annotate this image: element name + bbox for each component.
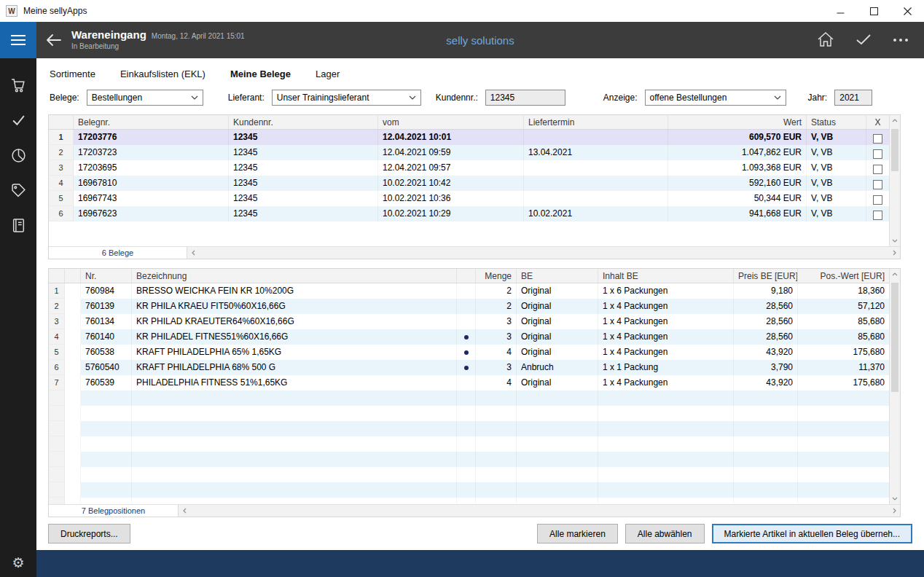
belege-vertical-scrollbar[interactable]	[889, 115, 900, 246]
position-row[interactable]: 1760984BRESSO WEICHKA FEIN KR 10%200G2Or…	[49, 283, 889, 299]
tab-einkaufslisten[interactable]: Einkaufslisten (EKL)	[120, 68, 205, 79]
col-belegnr[interactable]: Belegnr.	[74, 115, 229, 129]
position-row[interactable]: 3760134KR PHILAD KRAEUTER64%60X16,66G3Or…	[49, 314, 889, 329]
belege-row[interactable]: 3172036951234512.04.2021 09:571.093,368 …	[49, 160, 889, 176]
footer-bar	[36, 550, 924, 577]
jahr-filter-label: Jahr:	[808, 93, 828, 103]
cell-bezeichnung	[132, 467, 457, 482]
price-tag-icon[interactable]	[11, 183, 26, 198]
empty-row[interactable]	[49, 498, 889, 504]
cell-artikelnr: 760538	[81, 345, 132, 360]
belege-row[interactable]: 5169677431234510.02.2021 10:3650,344 EUR…	[49, 191, 889, 206]
col-menge[interactable]: Menge	[476, 269, 517, 283]
alle-abwaehlen-button[interactable]: Alle abwählen	[625, 524, 705, 543]
scroll-up-icon[interactable]	[890, 269, 900, 280]
col-inhalt-be[interactable]: Inhalt BE	[598, 269, 734, 283]
col-liefertermin[interactable]: Liefertermin	[524, 115, 668, 129]
cell-marker	[65, 345, 81, 360]
empty-row[interactable]	[49, 467, 889, 482]
col-be[interactable]: BE	[517, 269, 598, 283]
scroll-down-icon[interactable]	[890, 235, 900, 246]
cell-artikelnr: 760539	[81, 375, 132, 390]
scroll-down-icon[interactable]	[890, 493, 900, 504]
empty-row[interactable]	[49, 436, 889, 452]
scroll-right-icon[interactable]	[888, 247, 900, 259]
jahr-input[interactable]: 2021	[834, 90, 872, 106]
position-row[interactable]: 2760139KR PHILA KRAEU FIT50%60X16,66G2Or…	[49, 299, 889, 314]
pie-chart-icon[interactable]	[11, 148, 26, 163]
col-kundennr[interactable]: Kundennr.	[229, 115, 378, 129]
menu-button[interactable]	[0, 22, 36, 58]
scroll-left-icon[interactable]	[179, 505, 190, 517]
empty-row[interactable]	[49, 452, 889, 467]
cell-marker	[65, 390, 81, 406]
cell-inhalt-be	[598, 482, 734, 498]
position-row[interactable]: 5760538KRAFT PHILADELPHIA 65% 1,65KG4Ori…	[49, 345, 889, 360]
row-number	[49, 406, 65, 421]
scrollbar-thumb[interactable]	[891, 129, 898, 171]
settings-gear-icon[interactable]: ⚙	[12, 556, 24, 570]
positionen-horizontal-scrollbar[interactable]	[179, 505, 900, 517]
app-window: W Meine sellyApps	[0, 0, 924, 577]
tab-lager[interactable]: Lager	[316, 68, 340, 79]
row-checkbox[interactable]	[873, 180, 882, 189]
empty-row[interactable]	[49, 482, 889, 498]
uebernehmen-button[interactable]: Markierte Artikel in aktuellen Beleg übe…	[712, 524, 912, 543]
position-row[interactable]: 4760140KR PHILADEL FITNES51%60X16,66G3Or…	[49, 329, 889, 345]
col-vom[interactable]: vom	[378, 115, 524, 129]
scroll-right-icon[interactable]	[888, 505, 900, 517]
belege-row[interactable]: 6169676231234510.02.2021 10:2910.02.2021…	[49, 206, 889, 221]
belege-horizontal-scrollbar[interactable]	[187, 247, 900, 259]
row-checkbox[interactable]	[873, 149, 882, 159]
back-button[interactable]	[36, 34, 71, 46]
row-number: 6	[49, 360, 65, 375]
belege-row[interactable]: 2172037231234512.04.2021 09:5913.04.2021…	[49, 145, 889, 160]
belege-row[interactable]: 4169678101234510.02.2021 10:42592,160 EU…	[49, 176, 889, 191]
empty-row[interactable]	[49, 390, 889, 406]
row-checkbox[interactable]	[873, 134, 882, 144]
close-button[interactable]	[890, 0, 924, 22]
col-bezeichnung[interactable]: Bezeichnung	[132, 269, 457, 283]
position-row[interactable]: 65760540KRAFT PHILADELPHIA 68% 500 G3Anb…	[49, 360, 889, 375]
position-row[interactable]: 7760539PHILADELPHIA FITNESS 51%1,65KG4Or…	[49, 375, 889, 390]
anzeige-dropdown[interactable]: offene Bestellungen	[645, 90, 786, 106]
lieferant-dropdown[interactable]: Unser Trainingslieferant	[272, 90, 421, 106]
empty-row[interactable]	[49, 421, 889, 436]
minimize-button[interactable]	[823, 0, 857, 22]
col-preis-be[interactable]: Preis BE [EUR]	[734, 269, 798, 283]
alle-markieren-button[interactable]: Alle markieren	[537, 524, 618, 543]
chevron-down-icon	[191, 95, 198, 100]
cell-dot	[457, 360, 476, 375]
druckreports-button[interactable]: Druckreports...	[48, 524, 130, 543]
col-pos-wert[interactable]: Pos.-Wert [EUR]	[798, 269, 889, 283]
col-wert[interactable]: Wert	[668, 115, 807, 129]
belege-row[interactable]: 1172037761234512.04.2021 10:01609,570 EU…	[49, 130, 889, 145]
tab-meine-belege[interactable]: Meine Belege	[230, 68, 291, 79]
more-options-icon[interactable]	[893, 32, 908, 48]
home-icon[interactable]	[818, 32, 834, 49]
scrollbar-thumb[interactable]	[891, 283, 898, 392]
maximize-button[interactable]	[857, 0, 890, 22]
cell-be	[517, 467, 598, 482]
kundennr-input[interactable]: 12345	[485, 90, 565, 106]
belege-dropdown[interactable]: Bestellungen	[87, 90, 203, 106]
positionen-vertical-scrollbar[interactable]	[889, 269, 900, 504]
cart-icon[interactable]	[11, 78, 26, 93]
col-artikelnr[interactable]: Nr.	[81, 269, 132, 283]
row-checkbox[interactable]	[873, 211, 882, 220]
cell-preis-be	[734, 452, 798, 467]
tab-sortimente[interactable]: Sortimente	[50, 68, 95, 79]
row-checkbox[interactable]	[873, 195, 882, 205]
cell-artikelnr: 760984	[81, 283, 132, 299]
col-select[interactable]: X	[866, 115, 889, 129]
cell-artikelnr	[81, 436, 132, 452]
row-checkbox[interactable]	[873, 165, 882, 174]
tasks-check-icon[interactable]	[11, 113, 26, 128]
cell-menge	[476, 467, 517, 482]
scroll-left-icon[interactable]	[187, 247, 199, 259]
col-status[interactable]: Status	[807, 115, 866, 129]
confirm-check-icon[interactable]	[856, 34, 872, 47]
scroll-up-icon[interactable]	[890, 115, 900, 126]
empty-row[interactable]	[49, 406, 889, 421]
catalog-book-icon[interactable]	[11, 218, 26, 233]
